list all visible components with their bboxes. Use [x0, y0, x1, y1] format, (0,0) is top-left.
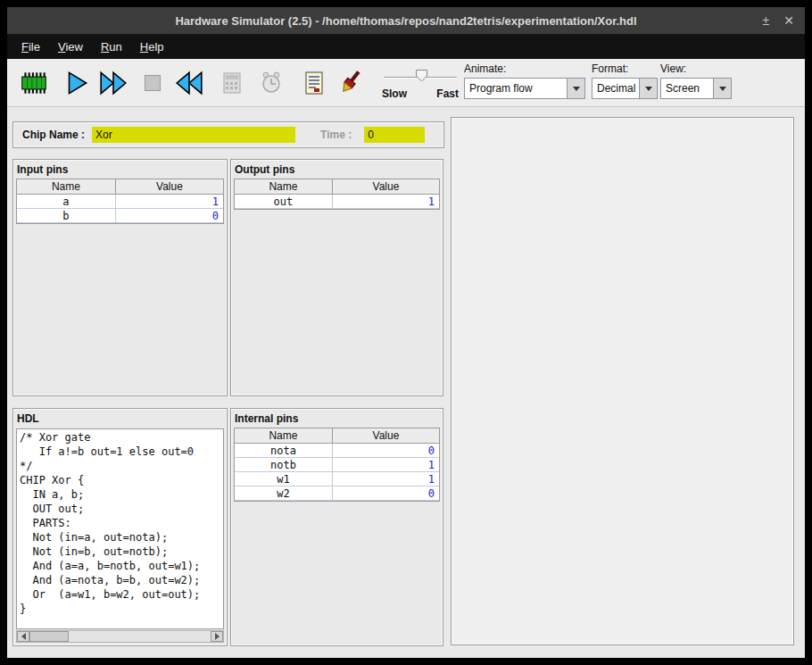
input-pins-panel: Input pins Name Value a 1 b 0: [12, 159, 228, 396]
table-header: Name Value: [235, 428, 439, 444]
speed-slider[interactable]: Slow Fast: [382, 66, 459, 104]
scrollbar-thumb[interactable]: [29, 631, 69, 642]
chip-header: Chip Name : Xor Time : 0: [12, 121, 444, 148]
output-pins-title: Output pins: [231, 160, 443, 178]
chevron-down-icon[interactable]: [567, 79, 584, 98]
screen-view-panel: [451, 117, 794, 645]
script-button[interactable]: [296, 65, 332, 101]
internal-pins-title: Internal pins: [231, 409, 443, 427]
window-controls: ± ✕: [763, 7, 794, 34]
pin-name: notb: [235, 458, 333, 471]
slider-fast-label: Fast: [436, 87, 459, 100]
input-pins-table: Name Value a 1 b 0: [16, 179, 224, 224]
clock-icon: [257, 69, 286, 97]
slider-slow-label: Slow: [382, 87, 407, 100]
pin-value: 1: [333, 458, 439, 471]
single-step-button[interactable]: [59, 65, 95, 101]
table-row: nota 0: [235, 444, 439, 458]
format-group: Format: Decimal: [592, 62, 658, 99]
animate-group: Animate: Program flow: [464, 62, 585, 99]
window-title: Hardware Simulator (2.5) - /home/thomas/…: [175, 14, 636, 28]
scroll-right-icon[interactable]: [211, 631, 223, 642]
scroll-left-icon[interactable]: [17, 631, 29, 642]
pin-name: a: [17, 195, 116, 208]
table-row: w2 0: [235, 486, 439, 501]
load-chip-button[interactable]: [16, 65, 52, 101]
internal-pins-panel: Internal pins Name Value nota 0 notb 1 w…: [230, 408, 443, 646]
menu-help[interactable]: Help: [131, 36, 173, 58]
chevron-down-icon[interactable]: [713, 79, 731, 98]
table-header: Name Value: [235, 179, 439, 195]
table-row: b 0: [17, 209, 223, 223]
view-group: View: Screen: [660, 62, 732, 99]
hdl-title: HDL: [13, 409, 227, 427]
calculator-button[interactable]: [214, 65, 250, 101]
pin-name: nota: [235, 444, 333, 457]
single-step-icon: [62, 68, 92, 98]
pin-name: out: [235, 195, 333, 208]
menu-view[interactable]: View: [49, 36, 92, 58]
time-label: Time :: [320, 129, 352, 141]
menu-file[interactable]: File: [12, 36, 49, 58]
menu-run[interactable]: Run: [92, 36, 131, 58]
pin-value: 0: [333, 486, 439, 500]
pin-value: 0: [333, 444, 439, 457]
view-label: View:: [660, 62, 732, 75]
table-row: w1 1: [235, 472, 439, 486]
chip-icon: [19, 68, 49, 98]
fast-forward-icon: [98, 68, 128, 98]
close-icon[interactable]: ✕: [783, 14, 794, 27]
hdl-code-area[interactable]: /* Xor gate If a!=b out=1 else out=0 */ …: [16, 428, 224, 629]
toolbar: Slow Fast Animate: Program flow Format: …: [7, 59, 805, 107]
app-window: Hardware Simulator (2.5) - /home/thomas/…: [7, 7, 805, 658]
table-row: out 1: [235, 195, 439, 209]
internal-pins-table: Name Value nota 0 notb 1 w1 1 w2 0: [234, 428, 440, 502]
table-header: Name Value: [17, 179, 223, 195]
slider-thumb[interactable]: [416, 70, 427, 82]
pin-value: 1: [333, 195, 439, 208]
format-label: Format:: [592, 62, 658, 75]
format-select[interactable]: Decimal: [592, 78, 658, 99]
table-row: a 1: [17, 195, 223, 209]
animate-select[interactable]: Program flow: [464, 78, 585, 99]
time-field: 0: [364, 127, 425, 143]
stop-button[interactable]: [135, 65, 170, 101]
pin-name: w1: [235, 472, 333, 486]
stop-icon: [137, 68, 168, 98]
view-select[interactable]: Screen: [660, 78, 732, 99]
rewind-icon: [174, 68, 204, 98]
calculator-icon: [218, 69, 246, 97]
menu-bar: File View Run Help: [7, 34, 805, 59]
input-pins-title: Input pins: [13, 160, 227, 178]
clock-button[interactable]: [253, 65, 289, 101]
pin-value[interactable]: 0: [116, 209, 223, 222]
scrollbar-track[interactable]: [69, 631, 211, 642]
chevron-down-icon[interactable]: [639, 79, 657, 98]
hdl-panel: HDL /* Xor gate If a!=b out=1 else out=0…: [12, 408, 228, 646]
hdl-horizontal-scrollbar[interactable]: [16, 630, 224, 643]
chip-name-label: Chip Name :: [22, 129, 85, 141]
chip-name-field: Xor: [92, 127, 295, 143]
run-button[interactable]: [95, 65, 131, 101]
pin-value[interactable]: 1: [116, 195, 223, 208]
pin-value: 1: [333, 472, 439, 486]
reset-button[interactable]: [171, 65, 207, 101]
hdl-code: /* Xor gate If a!=b out=1 else out=0 */ …: [20, 430, 220, 616]
title-bar[interactable]: Hardware Simulator (2.5) - /home/thomas/…: [7, 7, 805, 34]
output-pins-table: Name Value out 1: [234, 179, 440, 210]
maximize-icon[interactable]: ±: [763, 14, 770, 27]
brush-icon: [335, 68, 365, 98]
pin-name: b: [17, 209, 116, 222]
pin-name: w2: [235, 486, 333, 500]
output-pins-panel: Output pins Name Value out 1: [230, 159, 443, 396]
script-icon: [300, 69, 328, 97]
table-row: notb 1: [235, 458, 439, 472]
clear-button[interactable]: [332, 65, 368, 101]
animate-label: Animate:: [464, 62, 585, 75]
